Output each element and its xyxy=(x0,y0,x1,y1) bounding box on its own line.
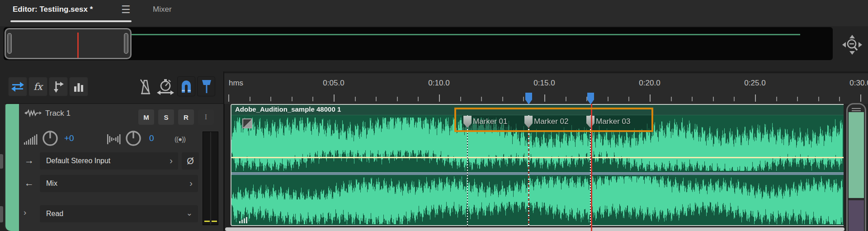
ruler-tick xyxy=(355,97,356,101)
ruler-tick xyxy=(544,94,545,102)
ruler-tick xyxy=(439,94,440,102)
hamburger-icon[interactable]: ☰ xyxy=(121,4,131,16)
track-name[interactable]: Track 1 xyxy=(45,109,71,118)
active-tab-underline xyxy=(10,20,132,22)
chevron-right-icon: › xyxy=(170,152,173,169)
route-arrows-icon xyxy=(11,81,24,93)
navigator-playhead[interactable] xyxy=(77,33,79,58)
pan-envelope-line[interactable] xyxy=(231,172,844,175)
navigator-viewport-selection[interactable] xyxy=(5,28,132,59)
input-monitor-button[interactable]: I xyxy=(198,109,214,125)
ruler-tick xyxy=(481,97,482,101)
time-ruler[interactable] xyxy=(224,73,868,104)
input-selector[interactable]: Default Stereo Input › xyxy=(40,152,178,170)
navigator-right-handle[interactable] xyxy=(124,33,128,54)
ruler-time-label: 0:15.0 xyxy=(533,79,555,88)
pan-icon xyxy=(107,134,123,145)
output-selector[interactable]: Mix › xyxy=(40,175,198,192)
sends-icon xyxy=(52,80,65,93)
scrollbar-extra-range[interactable] xyxy=(849,200,864,231)
chevron-down-icon: ⌄ xyxy=(186,205,193,222)
marker-flag-icon xyxy=(200,79,212,94)
panel-edge-handle[interactable] xyxy=(0,154,3,169)
tab-mixer[interactable]: Mixer xyxy=(153,5,172,14)
ruler-tick xyxy=(460,97,461,101)
automation-mode-value: Read xyxy=(46,205,63,222)
track-effects-button[interactable]: fx xyxy=(28,77,47,96)
ruler-tick xyxy=(628,97,629,101)
solo-button[interactable]: S xyxy=(158,109,174,125)
volume-envelope-line[interactable] xyxy=(231,157,844,158)
input-monitoring-icon[interactable]: ((●)) xyxy=(175,135,185,143)
panel-edge-handle[interactable] xyxy=(0,206,3,222)
ruler-tick xyxy=(671,97,672,101)
ruler-tick xyxy=(376,97,377,101)
automation-mode-selector[interactable]: Read ⌄ xyxy=(40,205,198,222)
expand-chevron-icon[interactable]: › xyxy=(24,207,26,217)
volume-icon xyxy=(24,134,39,145)
ruler-tick xyxy=(270,97,271,101)
clip-gain-icon[interactable] xyxy=(239,216,249,223)
ruler-time-label: 0:30.0 xyxy=(849,79,868,88)
ruler-tick xyxy=(228,94,229,102)
ruler-tick xyxy=(734,97,735,101)
ruler-tick xyxy=(292,97,292,101)
ruler-time-label: 0:25.0 xyxy=(744,79,765,88)
horizontal-scrollbar[interactable] xyxy=(225,227,844,231)
navigator-left-handle[interactable] xyxy=(7,33,12,54)
ruler-tick xyxy=(397,97,398,101)
fade-in-handle[interactable] xyxy=(242,118,252,128)
ruler-tick xyxy=(608,97,609,101)
ruler-tick xyxy=(797,97,798,101)
tab-editor[interactable]: Editor: Testiing.sesx * xyxy=(13,5,93,14)
marker-tool-button[interactable] xyxy=(197,76,215,96)
stopwatch-icon xyxy=(156,77,175,96)
phase-invert-button[interactable]: Ø xyxy=(182,152,199,170)
input-value: Default Stereo Input xyxy=(46,152,110,170)
ruler-tick xyxy=(839,97,840,101)
record-arm-button[interactable]: R xyxy=(178,109,194,125)
ruler-tick xyxy=(818,97,819,101)
pan-knob[interactable] xyxy=(125,130,142,147)
ruler-tick xyxy=(250,97,250,101)
effects-fx-icon: fx xyxy=(33,81,42,92)
vertical-zoom-scrollbar[interactable] xyxy=(846,103,866,231)
ruler-tick xyxy=(776,97,777,101)
audition-multitrack-editor: Editor: Testiing.sesx * ☰ Mixer fx xyxy=(0,0,868,231)
ruler-tick xyxy=(650,94,651,102)
ruler-tick xyxy=(502,97,503,101)
ruler-time-label: 0:20.0 xyxy=(639,79,660,88)
ruler-tick xyxy=(523,97,524,101)
ruler-tick xyxy=(755,94,756,102)
eq-bars-icon xyxy=(73,82,84,92)
ruler-tick xyxy=(312,97,313,101)
volume-value[interactable]: +0 xyxy=(64,133,74,143)
volume-knob[interactable] xyxy=(42,130,59,147)
metronome-toggle[interactable] xyxy=(136,77,155,96)
output-arrow-icon: ← xyxy=(24,178,34,189)
ruler-tick xyxy=(418,97,419,101)
ruler-tick xyxy=(334,94,335,102)
output-value: Mix xyxy=(46,175,57,192)
clip-title: Adobe_Audition_sample 48000 1 xyxy=(235,105,341,113)
ruler-time-label: 0:05.0 xyxy=(323,79,344,88)
track-color-strip[interactable] xyxy=(5,104,19,231)
scrollbar-visible-range[interactable] xyxy=(849,112,864,198)
ruler-tick xyxy=(586,97,587,101)
track-sends-button[interactable] xyxy=(49,77,68,96)
snap-toggle-button[interactable] xyxy=(177,76,195,96)
magnet-snap-icon xyxy=(180,79,193,94)
ruler-tick xyxy=(566,97,566,101)
chevron-right-icon: › xyxy=(189,175,193,191)
annotation-highlight-box xyxy=(454,108,653,132)
track-routing-button[interactable] xyxy=(8,77,27,96)
track-eq-button[interactable] xyxy=(69,77,88,96)
ruler-tick xyxy=(860,94,861,102)
ruler-unit-label[interactable]: hms xyxy=(229,79,243,88)
pan-value[interactable]: 0 xyxy=(149,133,154,143)
time-stretch-toggle[interactable] xyxy=(156,77,175,96)
ruler-tick xyxy=(692,97,693,101)
mute-button[interactable]: M xyxy=(138,109,154,125)
input-arrow-icon: → xyxy=(24,155,34,166)
zoom-navigate-icon[interactable] xyxy=(839,32,865,58)
